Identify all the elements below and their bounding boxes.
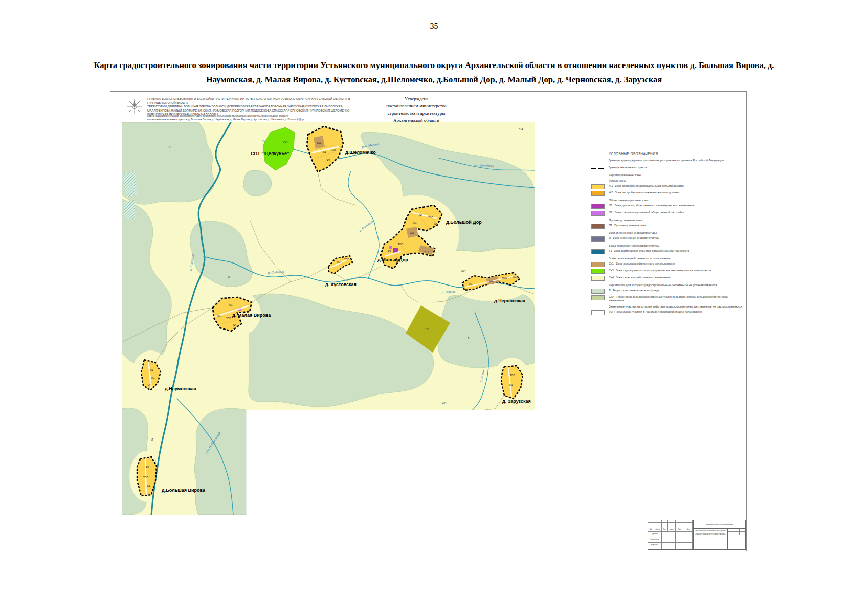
sot-label: СОТ "Щелкунье": [251, 151, 289, 156]
river-label: р. Черная: [441, 290, 456, 294]
swatch-top: [591, 310, 605, 315]
zone-label: Ж1: [509, 384, 513, 386]
swatch-o1: [591, 204, 605, 209]
subheader-line: Карта градостроительного зонирования час…: [147, 114, 362, 118]
legend-heading: Территории,для которых градостроительные…: [609, 283, 745, 287]
legend-row: СхУТерритории сельскохозяйственных угоди…: [591, 295, 745, 302]
zone-label: ТОП: [146, 384, 151, 386]
legend-row: Т1Зона размещения объектов автомобильног…: [591, 249, 745, 254]
page-title: Карта градостроительного зонирования час…: [82, 58, 786, 87]
zone-label: ТОП: [330, 149, 336, 151]
zone-label: Сх1: [317, 142, 322, 144]
zone-label: Ж1: [513, 276, 516, 278]
title-block-signatures: Изм.Кол.уч.Лист№док.Подп.Дата Директор Г…: [648, 520, 694, 549]
zone-label: Сх4: [519, 128, 523, 131]
zone-label: Ж1: [469, 283, 472, 286]
legend: УСЛОВНЫЕ ОБОЗНАЧЕНИЯ Границы единиц адми…: [591, 152, 745, 317]
swatch-o2: [591, 211, 605, 216]
boundary-symbol: [591, 166, 605, 171]
zone-label: Сх4: [442, 402, 447, 404]
page-title-line1: Карта градостроительного зонирования час…: [82, 58, 786, 73]
legend-heading: Производственные зоны: [609, 218, 745, 222]
zone-label: Ж1: [326, 159, 330, 162]
legend-row: Граница населенного пункта: [591, 166, 745, 171]
legend-row: ЛТерритории земель лесного фонда: [591, 289, 745, 294]
page-number: 35: [0, 21, 868, 31]
header-line: МАЛАЯ ВИРОВА,МАЛЫЙ ДОР,МАРЕНИНСКАЯ,НАУМО…: [147, 109, 362, 113]
map-sheet: ПРАВИЛА ЗЕМЛЕПОЛЬЗОВАНИЯ И ЗАСТРОЙКИ ЧАС…: [110, 91, 747, 551]
village-label-naumovskaya: д.Наумовская: [165, 386, 196, 391]
legend-heading: Жилые зоны: [609, 179, 745, 182]
legend-row: Ж2Зона застройки малоэтажными жилыми дом…: [591, 191, 745, 196]
swatch-sh3: [591, 269, 605, 274]
legend-heading: Зоны транспортной инфраструктуры: [609, 244, 745, 247]
zone-label: Ж1: [145, 466, 149, 469]
title-block-doc-title: Правила землепользования и застройки час…: [694, 520, 745, 529]
river-label: руч. Студенец: [473, 163, 495, 167]
legend-heading: Зоны сельскохозяйственного использования: [609, 257, 745, 260]
document-page: 35 Карта градостроительного зонирования …: [0, 0, 868, 614]
swatch-sh1: [591, 262, 605, 267]
legend-text: Граница населенного пункта: [609, 166, 731, 169]
village-label-maly-dor: д.Малый Дор: [377, 257, 408, 262]
zone-label: ТОП: [428, 216, 433, 219]
zone-label: ТОП: [226, 317, 231, 320]
swatch-zh1: [591, 184, 605, 189]
swatch-t1: [591, 249, 605, 254]
zone-label: Ж1: [146, 485, 150, 487]
approval-line: постановлением министерства: [350, 103, 483, 110]
zone-label: Ж1: [217, 315, 220, 317]
zone-label: Ж1: [322, 151, 326, 154]
legend-row: П1Производственная зона: [591, 224, 745, 229]
zone-label: ТОП: [143, 476, 148, 479]
zone-label: Сх1: [489, 280, 494, 282]
legend-row: Сх4Зона сельскохозяйственного назначения: [591, 276, 745, 281]
swatch-p1: [591, 224, 605, 229]
village-label-bolshaya-virova: д.Большая Вирова: [162, 488, 206, 493]
legend-row: Ж1Зона застройки индивидуальными жилыми …: [591, 184, 745, 189]
header-line: ТЕРРИТОРИИ ДЕРЕВЕНЬ БОЛЬШАЯ ВИРОВА,БОЛЬШ…: [147, 105, 362, 109]
zone-label: Л: [228, 276, 230, 278]
legend-heading: Зона инженерной инфраструктуры: [609, 231, 745, 234]
zone-label: Ж1: [434, 223, 437, 226]
legend-title: УСЛОВНЫЕ ОБОЗНАЧЕНИЯ: [609, 152, 745, 156]
zoning-map: Сх3 СОТ "Щелкунье" Сх1 Ж1 ТОП Ж1: [122, 122, 535, 515]
swatch-sh4: [591, 276, 605, 281]
swatch-shu: [591, 295, 605, 300]
zone-label: Ж1: [151, 377, 154, 379]
legend-row: Границы единиц административно-территори…: [591, 159, 745, 164]
zone-label: Л: [468, 337, 469, 340]
zone-label: Ж1: [233, 324, 236, 327]
zone-label: Л: [169, 146, 170, 148]
village-label-bolshoy-dor: д.Большой Дор: [446, 220, 482, 225]
legend-row: ТОПземельные участки в границах территор…: [591, 310, 745, 315]
header-line: ПРАВИЛА ЗЕМЛЕПОЛЬЗОВАНИЯ И ЗАСТРОЙКИ ЧАС…: [147, 97, 362, 105]
zone-label: Сх1: [425, 328, 429, 331]
zone-label: Ж1: [229, 304, 232, 306]
title-block: Изм.Кол.уч.Лист№док.Подп.Дата Директор Г…: [648, 520, 746, 550]
zone-label: ТОП: [502, 277, 507, 279]
swatch-i: [591, 236, 605, 242]
approval-line: Утверждена: [350, 96, 483, 103]
swatch-l: [591, 289, 605, 294]
page-title-line2: Наумовская, д. Малая Вирова, д. Кустовск…: [82, 73, 786, 87]
zone-label: Ж1: [413, 222, 416, 224]
village-label-kustovskaya: д. Кустовская: [325, 282, 357, 287]
zone-label: Сх1: [410, 232, 414, 234]
legend-heading: Территориальные зоны: [609, 173, 745, 177]
zone-label: ТОП: [344, 258, 349, 261]
zone-label: Ж1: [337, 261, 340, 264]
approval-line: строительства и архитектуры: [350, 110, 483, 117]
swatch-zh2: [591, 191, 605, 196]
zone-label: Ж1: [419, 214, 422, 217]
legend-heading: Общественно-деловые зоны: [609, 199, 745, 202]
zone-label: Ж1: [387, 250, 391, 253]
title-block-sheet-info: СтадияЛистЛистов П11: [728, 529, 745, 549]
zone-label: ТОП: [510, 374, 515, 377]
zone-label: Сх1: [425, 251, 429, 254]
legend-heading: Земельные участки,на которые действие гр…: [609, 305, 745, 308]
legend-text: Границы единиц административно-территори…: [609, 159, 731, 162]
legend-row: Сх3Зона садоводческих или огороднических…: [591, 269, 745, 274]
legend-row: О2Зона специализированной общественной з…: [591, 211, 745, 216]
village-label-zaruzskaya: д. Зарузская: [502, 399, 531, 404]
